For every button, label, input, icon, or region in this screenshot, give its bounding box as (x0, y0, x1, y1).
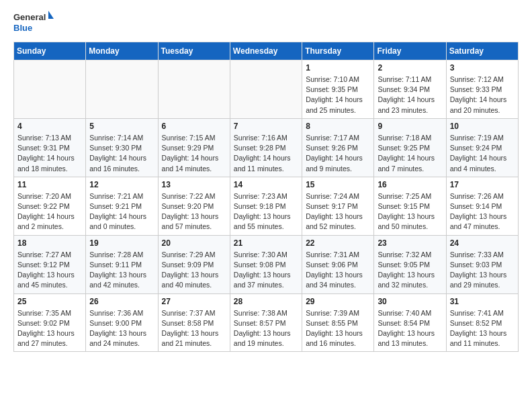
day-number: 31 (450, 297, 515, 306)
day-number: 2 (378, 63, 442, 73)
week-row-4: 18Sunrise: 7:27 AMSunset: 9:12 PMDayligh… (14, 235, 519, 293)
day-number: 28 (234, 297, 298, 306)
day-number: 9 (378, 122, 442, 131)
day-number: 23 (378, 238, 442, 248)
day-info: Sunrise: 7:19 AMSunset: 9:24 PMDaylight:… (450, 133, 515, 174)
calendar-cell: 24Sunrise: 7:33 AMSunset: 9:03 PMDayligh… (446, 235, 518, 293)
day-number: 21 (234, 238, 298, 248)
calendar-cell (158, 60, 230, 119)
day-number: 8 (306, 122, 370, 131)
calendar-cell: 11Sunrise: 7:20 AMSunset: 9:22 PMDayligh… (14, 177, 86, 235)
column-header-monday: Monday (86, 42, 158, 60)
calendar-cell: 9Sunrise: 7:18 AMSunset: 9:25 PMDaylight… (374, 118, 446, 177)
day-number: 24 (450, 238, 515, 248)
calendar-cell: 8Sunrise: 7:17 AMSunset: 9:26 PMDaylight… (302, 118, 374, 177)
calendar-cell: 12Sunrise: 7:21 AMSunset: 9:21 PMDayligh… (86, 177, 158, 235)
calendar-cell: 15Sunrise: 7:24 AMSunset: 9:17 PMDayligh… (302, 177, 374, 235)
week-row-3: 11Sunrise: 7:20 AMSunset: 9:22 PMDayligh… (14, 177, 519, 235)
day-info: Sunrise: 7:18 AMSunset: 9:25 PMDaylight:… (378, 133, 442, 174)
week-row-2: 4Sunrise: 7:13 AMSunset: 9:31 PMDaylight… (14, 118, 519, 177)
day-number: 27 (162, 297, 226, 306)
calendar-cell (230, 60, 302, 119)
day-info: Sunrise: 7:35 AMSunset: 9:02 PMDaylight:… (17, 308, 82, 349)
day-number: 25 (17, 297, 82, 306)
day-info: Sunrise: 7:37 AMSunset: 8:58 PMDaylight:… (162, 308, 226, 349)
logo: General Blue (13, 11, 54, 36)
calendar-cell (14, 60, 86, 119)
day-number: 17 (450, 180, 515, 189)
day-info: Sunrise: 7:17 AMSunset: 9:26 PMDaylight:… (306, 133, 370, 174)
calendar-cell: 29Sunrise: 7:39 AMSunset: 8:55 PMDayligh… (302, 293, 374, 352)
column-header-saturday: Saturday (446, 42, 518, 60)
week-row-5: 25Sunrise: 7:35 AMSunset: 9:02 PMDayligh… (14, 293, 519, 352)
calendar-cell: 5Sunrise: 7:14 AMSunset: 9:30 PMDaylight… (86, 118, 158, 177)
day-number: 20 (162, 238, 226, 248)
calendar-cell: 2Sunrise: 7:11 AMSunset: 9:34 PMDaylight… (374, 60, 446, 119)
calendar-cell (86, 60, 158, 119)
calendar-cell: 6Sunrise: 7:15 AMSunset: 9:29 PMDaylight… (158, 118, 230, 177)
day-number: 26 (89, 297, 154, 306)
day-info: Sunrise: 7:29 AMSunset: 9:09 PMDaylight:… (162, 250, 226, 291)
calendar-cell: 31Sunrise: 7:41 AMSunset: 8:52 PMDayligh… (446, 293, 518, 352)
day-info: Sunrise: 7:32 AMSunset: 9:05 PMDaylight:… (378, 250, 442, 291)
day-number: 29 (306, 297, 370, 306)
day-info: Sunrise: 7:10 AMSunset: 9:35 PMDaylight:… (306, 75, 370, 116)
day-info: Sunrise: 7:33 AMSunset: 9:03 PMDaylight:… (450, 250, 515, 291)
day-number: 4 (17, 122, 82, 131)
day-number: 14 (234, 180, 298, 189)
week-row-1: 1Sunrise: 7:10 AMSunset: 9:35 PMDaylight… (14, 60, 519, 119)
calendar-cell: 22Sunrise: 7:31 AMSunset: 9:06 PMDayligh… (302, 235, 374, 293)
day-info: Sunrise: 7:24 AMSunset: 9:17 PMDaylight:… (306, 191, 370, 232)
page-header: General Blue (13, 11, 519, 36)
calendar-cell: 14Sunrise: 7:23 AMSunset: 9:18 PMDayligh… (230, 177, 302, 235)
calendar-cell: 19Sunrise: 7:28 AMSunset: 9:11 PMDayligh… (86, 235, 158, 293)
column-header-thursday: Thursday (302, 42, 374, 60)
calendar-cell: 13Sunrise: 7:22 AMSunset: 9:20 PMDayligh… (158, 177, 230, 235)
day-number: 15 (306, 180, 370, 189)
calendar-cell: 30Sunrise: 7:40 AMSunset: 8:54 PMDayligh… (374, 293, 446, 352)
calendar-cell: 1Sunrise: 7:10 AMSunset: 9:35 PMDaylight… (302, 60, 374, 119)
calendar-cell: 23Sunrise: 7:32 AMSunset: 9:05 PMDayligh… (374, 235, 446, 293)
calendar-body: 1Sunrise: 7:10 AMSunset: 9:35 PMDaylight… (14, 60, 519, 352)
calendar-cell: 27Sunrise: 7:37 AMSunset: 8:58 PMDayligh… (158, 293, 230, 352)
day-number: 11 (17, 180, 82, 189)
day-number: 3 (450, 63, 515, 73)
day-info: Sunrise: 7:21 AMSunset: 9:21 PMDaylight:… (89, 191, 154, 232)
day-number: 19 (89, 238, 154, 248)
day-info: Sunrise: 7:15 AMSunset: 9:29 PMDaylight:… (162, 133, 226, 174)
svg-marker-1 (48, 11, 54, 19)
calendar-cell: 4Sunrise: 7:13 AMSunset: 9:31 PMDaylight… (14, 118, 86, 177)
day-info: Sunrise: 7:40 AMSunset: 8:54 PMDaylight:… (378, 308, 442, 349)
day-number: 7 (234, 122, 298, 131)
calendar-cell: 18Sunrise: 7:27 AMSunset: 9:12 PMDayligh… (14, 235, 86, 293)
day-info: Sunrise: 7:20 AMSunset: 9:22 PMDaylight:… (17, 191, 82, 232)
day-info: Sunrise: 7:41 AMSunset: 8:52 PMDaylight:… (450, 308, 515, 349)
column-header-tuesday: Tuesday (158, 42, 230, 60)
calendar-cell: 28Sunrise: 7:38 AMSunset: 8:57 PMDayligh… (230, 293, 302, 352)
calendar-cell: 26Sunrise: 7:36 AMSunset: 9:00 PMDayligh… (86, 293, 158, 352)
day-info: Sunrise: 7:26 AMSunset: 9:14 PMDaylight:… (450, 191, 515, 232)
calendar-header: SundayMondayTuesdayWednesdayThursdayFrid… (14, 42, 519, 60)
calendar-table: SundayMondayTuesdayWednesdayThursdayFrid… (13, 42, 519, 352)
day-info: Sunrise: 7:38 AMSunset: 8:57 PMDaylight:… (234, 308, 298, 349)
day-info: Sunrise: 7:22 AMSunset: 9:20 PMDaylight:… (162, 191, 226, 232)
day-info: Sunrise: 7:39 AMSunset: 8:55 PMDaylight:… (306, 308, 370, 349)
day-number: 22 (306, 238, 370, 248)
svg-text:Blue: Blue (13, 23, 32, 33)
day-number: 6 (162, 122, 226, 131)
day-info: Sunrise: 7:16 AMSunset: 9:28 PMDaylight:… (234, 133, 298, 174)
svg-text:General: General (13, 12, 46, 22)
day-info: Sunrise: 7:27 AMSunset: 9:12 PMDaylight:… (17, 250, 82, 291)
calendar-cell: 25Sunrise: 7:35 AMSunset: 9:02 PMDayligh… (14, 293, 86, 352)
calendar-cell: 7Sunrise: 7:16 AMSunset: 9:28 PMDaylight… (230, 118, 302, 177)
day-number: 18 (17, 238, 82, 248)
day-number: 30 (378, 297, 442, 306)
day-info: Sunrise: 7:14 AMSunset: 9:30 PMDaylight:… (89, 133, 154, 174)
header-row: SundayMondayTuesdayWednesdayThursdayFrid… (14, 42, 519, 60)
generalblue-logo-icon: General Blue (13, 11, 54, 36)
column-header-sunday: Sunday (14, 42, 86, 60)
day-number: 12 (89, 180, 154, 189)
day-info: Sunrise: 7:30 AMSunset: 9:08 PMDaylight:… (234, 250, 298, 291)
day-info: Sunrise: 7:12 AMSunset: 9:33 PMDaylight:… (450, 75, 515, 116)
day-info: Sunrise: 7:25 AMSunset: 9:15 PMDaylight:… (378, 191, 442, 232)
